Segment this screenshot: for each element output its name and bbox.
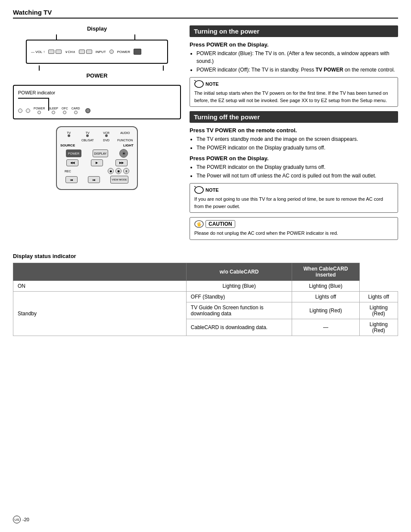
remote-row-powerdisplay: POWER DISPLAY ☀ <box>60 149 134 158</box>
row-standby-2-sub: TV Guide On Screen function is downloadi… <box>186 302 292 319</box>
remote-control: TV TV VCR <box>56 126 138 190</box>
remote-light-btn[interactable]: ☀ <box>119 149 128 158</box>
caution-header: 🖐 CAUTION <box>194 220 393 228</box>
row-standby-3-sub: CableCARD is downloading data. <box>186 319 292 336</box>
table-section-title: Display status indicator <box>13 253 398 259</box>
note-text-2: If you are not going to use this TV for … <box>194 196 393 210</box>
note-icon-1 <box>194 80 204 88</box>
page-number: US -20 <box>13 516 29 523</box>
section2-heading: Turning off the power <box>190 111 398 123</box>
svg-line-1 <box>194 80 196 81</box>
ctrl-power-button <box>134 49 141 55</box>
dot-card <box>74 111 78 114</box>
dot-tv2 <box>86 134 89 137</box>
remote-label-audio: AUDIO <box>117 131 134 137</box>
remote-label-function: FUNCTION <box>117 139 134 142</box>
footer-region: US <box>13 516 21 523</box>
remote-play-btn[interactable]: ▶ <box>91 159 103 166</box>
ctrl-input-circle <box>109 50 114 54</box>
remote-power-btn[interactable]: POWER <box>66 149 81 157</box>
remote-label-cblsat2: CBL/SAT <box>79 139 97 142</box>
remote-fforward-btn[interactable]: ▶▶ <box>115 159 128 166</box>
caution-box: 🖐 CAUTION Please do not unplug the AC co… <box>190 217 398 240</box>
row-standby-label: Standby <box>13 291 187 336</box>
section1-bullets: POWER indicator (Blue): The TV is on. (A… <box>190 50 398 74</box>
note-icon-2 <box>194 186 204 194</box>
note-text-1: The initial setup starts when the TV pow… <box>194 90 393 104</box>
display-label: Display <box>13 25 181 32</box>
section1-subheading: Press POWER on the Display. <box>190 41 398 48</box>
display-controls: — VOL ↑ ∨CH∧ INPUT POWER <box>31 49 163 55</box>
bullet-1-1: POWER indicator (Blue): The TV is on. (A… <box>196 50 398 65</box>
remote-back-btn[interactable]: ⏮ <box>65 176 78 183</box>
dot-ofc <box>63 111 66 114</box>
row-on-col1: Lighting (Blue) <box>186 280 292 291</box>
remote-display-btn[interactable]: DISPLAY <box>93 149 108 157</box>
ctrl-btn-ch-left <box>79 50 85 54</box>
remote-pause-btn[interactable]: ⏸ <box>123 168 129 174</box>
ctrl-btn-left <box>48 50 54 54</box>
dot-power <box>37 111 41 114</box>
light-label: LIGHT <box>123 143 134 147</box>
remote-stop-btn[interactable]: ⏹ <box>115 168 121 174</box>
remote-container: TV TV VCR <box>13 126 181 190</box>
section2-bullets2: The POWER indicator on the Display gradu… <box>190 163 398 180</box>
remote-label-cblsat <box>60 139 78 142</box>
bullet-2-1: The TV enters standby mode and the image… <box>196 135 398 143</box>
remote-rec-btn[interactable]: ⏺ <box>108 168 114 174</box>
row-standby-1-sub: OFF (Standby) <box>186 291 292 302</box>
table-row-standby-1: Standby OFF (Standby) Lights off Lights … <box>13 291 398 302</box>
row-standby-2-col1: Lighting (Red) <box>292 302 359 319</box>
row-on-label: ON <box>13 280 187 291</box>
remote-label-vcr: VCR <box>98 131 115 137</box>
remote-label-tv2: TV <box>79 131 97 137</box>
svg-text:🖐: 🖐 <box>196 221 202 227</box>
note-header-2: NOTE <box>194 186 393 194</box>
page-footer: US -20 <box>13 516 29 523</box>
left-panel: Display — VOL ↑ ∨CH∧ <box>13 25 181 244</box>
row-on-col2: Lighting (Blue) <box>292 280 359 291</box>
remote-rewind-btn[interactable]: ◀◀ <box>66 159 78 166</box>
dot-vcr <box>105 134 108 137</box>
status-table: w/o CableCARD When CableCARD inserted ON… <box>13 263 398 336</box>
row-standby-2-col2: Lighting (Red) <box>359 302 398 319</box>
note-box-1: NOTE The initial setup starts when the T… <box>190 77 398 107</box>
remote-skip-btn[interactable]: ⏭ <box>88 176 100 183</box>
bullet-1-2: POWER indicator (Off): The TV is in stan… <box>196 66 398 74</box>
row-standby-3-col2: Lighting (Red) <box>359 319 398 336</box>
table-section: Display status indicator w/o CableCARD W… <box>13 253 398 336</box>
svg-line-3 <box>194 186 196 187</box>
caution-icon: 🖐 <box>194 220 204 228</box>
row-standby-3-col1: — <box>292 319 359 336</box>
svg-point-2 <box>195 187 203 193</box>
main-content: Display — VOL ↑ ∨CH∧ <box>13 25 398 244</box>
note-box-2: NOTE If you are not going to use this TV… <box>190 183 398 213</box>
rec-label: REC <box>65 170 71 173</box>
footer-page: -20 <box>22 517 29 522</box>
note-header-1: NOTE <box>194 80 393 88</box>
page-title: Watching TV <box>13 9 398 16</box>
remote-label-tv: TV <box>60 131 78 137</box>
col-header-empty <box>13 263 187 280</box>
table-row-on: ON Lighting (Blue) Lighting (Blue) <box>13 280 398 291</box>
ctrl-btn-right <box>56 50 62 54</box>
dot-1 <box>18 109 22 113</box>
bullet-2-2: The POWER indicator on the Display gradu… <box>196 144 398 152</box>
remote-row-playback: ◀◀ ▶ ▶▶ <box>60 159 134 166</box>
display-diagram: — VOL ↑ ∨CH∧ INPUT POWER <box>26 40 168 64</box>
remote-viewmode-btn[interactable]: VIEW MODE <box>110 176 128 184</box>
dot-tv <box>68 134 70 137</box>
section2-subheading2: Press POWER on the Display. <box>190 155 398 162</box>
page-header: Watching TV <box>13 9 398 19</box>
caution-text: Please do not unplug the AC cord when th… <box>194 230 393 237</box>
row-standby-1-col2: Lights off <box>359 291 398 302</box>
row-standby-1-col1: Lights off <box>292 291 359 302</box>
indicator-label: POWER indicator <box>18 90 176 95</box>
dot-2 <box>26 109 30 113</box>
section1-heading: Turning on the power <box>190 25 398 37</box>
col-header-with-cable: When CableCARD inserted <box>292 263 359 280</box>
section2-subheading1: Press TV POWER on the remote control. <box>190 127 398 134</box>
dot-active <box>85 108 90 113</box>
bullet-2-3: The POWER indicator on the Display gradu… <box>196 163 398 171</box>
remote-row-nav: ⏮ ⏭ VIEW MODE <box>60 176 134 184</box>
